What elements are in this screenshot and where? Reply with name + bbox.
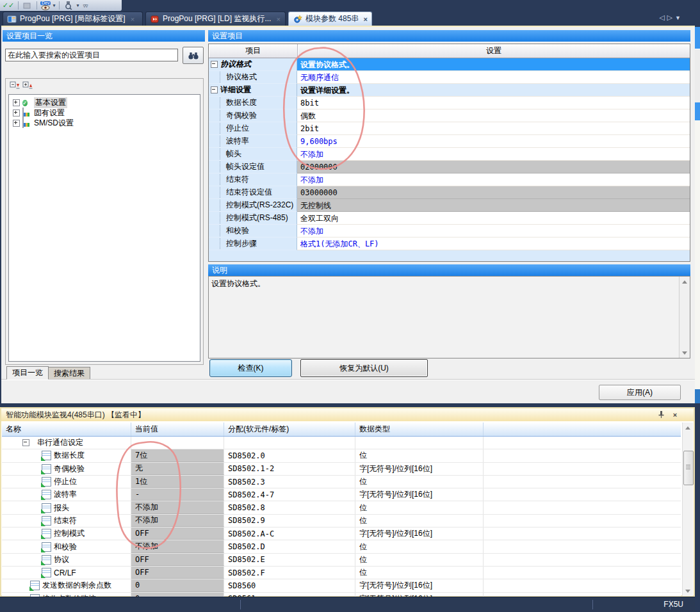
expand-box-icon[interactable] (13, 109, 20, 117)
description-text: 设置协议格式。 (211, 278, 265, 289)
monitor-row[interactable]: 结束符 不添加 SD8502.9 位 (2, 515, 681, 527)
apply-button[interactable]: 应用(A) (599, 385, 681, 400)
column-header-device[interactable]: 分配(软元件/标签) (224, 423, 355, 436)
monitor-row[interactable]: 发送数据的剩余点数 0 SD8560 字[无符号]/位列[16位] (2, 579, 681, 592)
close-icon[interactable]: × (364, 15, 368, 23)
device-icon (42, 477, 51, 487)
column-header-item[interactable]: 项目 (209, 44, 298, 58)
table-row[interactable]: 协议格式 无顺序通信 (209, 71, 690, 84)
tree-item-basic-settings[interactable]: ✓ 基本设置 (9, 97, 200, 108)
tab-item-list[interactable]: 项目一览 (6, 366, 49, 380)
monitor-device: SD8502.3 (224, 476, 355, 488)
expand-all-icon[interactable] (22, 81, 33, 90)
monitor-row[interactable]: 波特率 - SD8502.4-7 字[无符号]/位列[16位] (2, 488, 681, 501)
column-header-name[interactable]: 名称 (2, 423, 131, 436)
setting-item-list-header: 设置项目一览 (3, 30, 205, 42)
search-button[interactable] (183, 47, 204, 64)
monitor-row[interactable]: 报头 不添加 SD8502.8 位 (2, 501, 681, 514)
dropdown-chevron-icon[interactable]: ▾ (76, 3, 79, 8)
setting-item-label: 帧头 (220, 149, 241, 159)
tab-progpou-label-settings[interactable]: ProgPou [PRG] [局部标签设置] × (3, 12, 143, 26)
column-header-setting[interactable]: 设置 (298, 44, 690, 58)
monitor-type: 字[无符号]/位列[16位] (355, 463, 484, 475)
setting-value: 全双工双向 (297, 212, 690, 225)
table-row[interactable]: 波特率 9,600bps (209, 135, 690, 148)
status-bar: FX5U (0, 597, 700, 612)
column-header-datatype[interactable]: 数据类型 (355, 423, 484, 436)
disabled-tool-icon[interactable] (21, 1, 33, 10)
tree-item-smsd-settings[interactable]: SM/SD设置 (9, 118, 200, 128)
collapse-box-icon[interactable] (211, 61, 218, 68)
monitor-type: 位 (355, 476, 484, 488)
table-row[interactable]: 协议格式 设置协议格式。 (209, 58, 690, 71)
tab-search-results[interactable]: 搜索结果 (48, 367, 90, 380)
monitor-row[interactable]: 协议 OFF SD8502.E 位 (2, 554, 681, 567)
monitor-value: 不添加 (131, 501, 224, 513)
scroll-up-icon[interactable] (683, 423, 693, 433)
monitor-scrollbar[interactable] (682, 423, 693, 596)
monitor-name: 奇偶校验 (54, 463, 85, 474)
setting-tree: ✓ 基本设置 固有设置 SM/SD设置 (8, 94, 200, 362)
tab-list-chevron-icon[interactable]: ▼ (675, 15, 683, 21)
settings-table-header: 项目 设置 (209, 44, 690, 58)
pin-icon[interactable] (656, 410, 665, 419)
search-input[interactable] (5, 49, 178, 61)
module-parameter-icon (293, 15, 302, 24)
table-row[interactable]: 控制模式(RS-232C) 无控制线 (209, 199, 690, 212)
setting-item-label: 结束符设定值 (220, 187, 272, 198)
scroll-down-icon[interactable] (683, 586, 693, 596)
scroll-up-icon[interactable] (680, 277, 690, 287)
table-row[interactable]: 控制步骤 格式1(无添加CR、LF) (209, 238, 690, 250)
expand-box-icon[interactable] (13, 120, 20, 127)
monitor-row[interactable]: 停止位 1位 SD8502.3 位 (2, 476, 681, 488)
scroll-down-icon[interactable] (680, 348, 690, 358)
collapse-box-icon[interactable] (211, 86, 218, 93)
restore-default-button[interactable]: 恢复为默认(U) (300, 359, 428, 377)
table-row[interactable]: 和校验 不添加 (209, 225, 690, 238)
close-icon[interactable]: × (131, 15, 134, 23)
dropdown-chevron-icon[interactable]: ▾ (53, 3, 55, 8)
monitor-row[interactable]: 和校验 不添加 SD8502.D 位 (2, 540, 681, 553)
table-row[interactable]: 控制模式(RS-485) 全双工双向 (209, 212, 690, 225)
close-icon[interactable]: × (276, 15, 280, 23)
table-row[interactable]: 停止位 2bit (209, 122, 690, 135)
expand-box-icon[interactable] (13, 99, 20, 106)
device-view-icon[interactable]: Dev (40, 1, 51, 10)
column-header-current-value[interactable]: 当前值 (131, 423, 224, 436)
next-tab-icon[interactable]: ▷ (667, 13, 675, 21)
monitor-group-row[interactable]: 串行通信设定 (2, 437, 681, 449)
collapse-box-icon[interactable] (22, 439, 29, 446)
verify-icon[interactable]: ✓✓ (3, 1, 14, 10)
scrollbar-thumb[interactable] (683, 451, 694, 485)
collapse-all-icon[interactable] (10, 81, 20, 90)
tab-module-parameter-485[interactable]: 模块参数 485串口 × (288, 12, 372, 26)
table-row[interactable]: 详细设置 设置详细设置。 (209, 84, 690, 97)
tab-progpou-ld-monitor[interactable]: ProgPou [PRG] [LD] 监视执行... × (145, 12, 286, 26)
monitor-row[interactable]: 控制模式 OFF SD8502.A-C 字[无符号]/位列[16位] (2, 527, 681, 540)
monitor-type: 字[无符号]/位列[16位] (355, 579, 484, 592)
check-button[interactable]: 检查(K) (209, 359, 292, 377)
monitor-row[interactable]: CR/LF OFF SD8502.F 位 (2, 567, 681, 579)
prev-tab-icon[interactable]: ◁ (659, 13, 667, 21)
zoom-tool-icon[interactable] (62, 1, 74, 10)
monitor-device: SD8502.0 (224, 449, 355, 462)
monitor-table: 名称 当前值 分配(软元件/标签) 数据类型 串行通信设定 数据长度 7位 SD… (2, 423, 681, 596)
ld-monitor-icon (150, 15, 159, 24)
close-icon[interactable]: × (671, 410, 680, 419)
monitor-name: 控制模式 (54, 528, 85, 539)
setting-item-label: 协议格式 (220, 72, 257, 83)
monitor-name: 报头 (54, 503, 69, 513)
toolbar-overflow-icon[interactable]: ▿▿ (83, 3, 87, 9)
monitor-row[interactable]: 奇偶校验 无 SD8502.1-2 字[无符号]/位列[16位] (2, 463, 681, 476)
table-row[interactable]: 结束符 不添加 (209, 173, 690, 186)
setting-item-label: 控制模式(RS-485) (220, 213, 288, 223)
description-scrollbar[interactable] (679, 277, 690, 358)
table-row[interactable]: 帧头设定值 02000000 (209, 161, 690, 173)
table-row[interactable]: 奇偶校验 偶数 (209, 109, 690, 122)
table-row[interactable]: 帧头 不添加 (209, 148, 690, 161)
table-row[interactable]: 数据长度 8bit (209, 97, 690, 109)
monitor-row[interactable]: 数据长度 7位 SD8502.0 位 (2, 449, 681, 462)
table-row[interactable]: 结束符设定值 03000000 (209, 186, 690, 199)
monitor-panel-title: 智能功能模块监视4(485串口) 【监看中】 (1, 408, 694, 421)
tree-item-inherent-settings[interactable]: 固有设置 (9, 108, 200, 118)
